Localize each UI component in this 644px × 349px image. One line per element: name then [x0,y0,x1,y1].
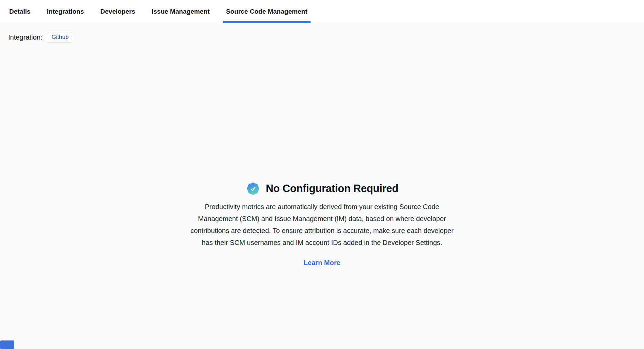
tab-label: Source Code Management [226,8,308,15]
tab-details[interactable]: Details [6,0,34,23]
empty-state-title-row: No Configuration Required [182,181,462,196]
tab-bar: Details Integrations Developers Issue Ma… [0,0,644,23]
badge-check-icon [246,181,261,196]
horizontal-scrollbar-thumb[interactable] [0,340,14,349]
tab-developers[interactable]: Developers [97,0,138,23]
empty-state-title: No Configuration Required [266,183,398,195]
tab-label: Issue Management [152,8,210,15]
integration-github-chip[interactable]: Github [47,32,73,43]
tab-source-code-management[interactable]: Source Code Management [223,0,311,23]
no-configuration-empty-state: No Configuration Required Productivity m… [182,181,462,267]
empty-state-description: Productivity metrics are automatically d… [187,201,457,249]
tab-issue-management[interactable]: Issue Management [148,0,213,23]
integration-label: Integration: [8,33,42,41]
integration-row: Integration: Github [0,23,644,43]
tab-label: Developers [100,8,135,15]
tab-label: Integrations [47,8,84,15]
tab-label: Details [9,8,30,15]
main-content: Integration: Github No Configuration Req… [0,23,644,349]
active-tab-indicator [223,21,311,23]
learn-more-link[interactable]: Learn More [304,259,340,267]
tab-integrations[interactable]: Integrations [43,0,87,23]
